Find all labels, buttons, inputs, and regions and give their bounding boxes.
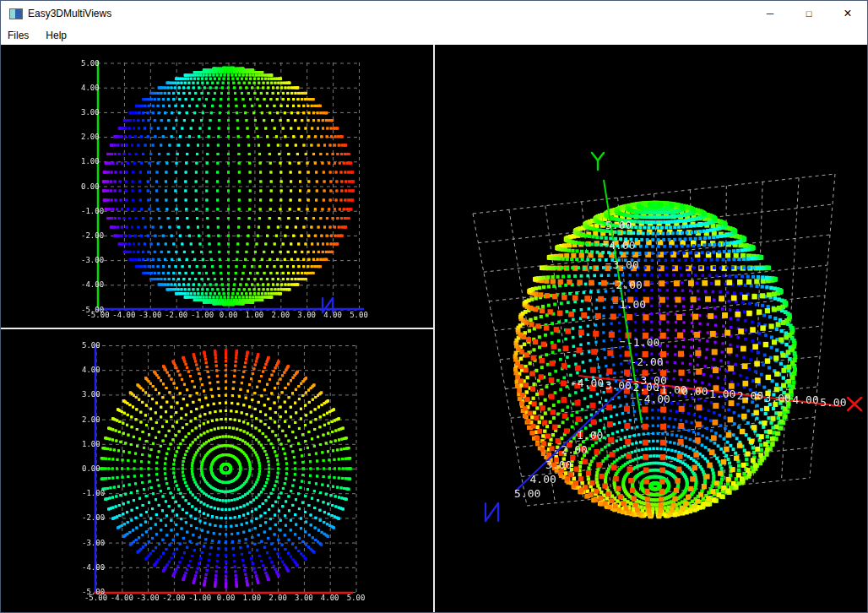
menu-bar: Files Help <box>1 26 867 45</box>
multiview-area <box>1 45 867 612</box>
app-window: Easy3DMultiViews ─ □ × Files Help <box>0 0 868 613</box>
app-icon <box>9 8 23 19</box>
perspective-view-canvas[interactable] <box>435 45 867 612</box>
close-icon: × <box>844 6 851 21</box>
close-button[interactable]: × <box>828 1 867 26</box>
menu-files[interactable]: Files <box>1 26 37 45</box>
window-title: Easy3DMultiViews <box>28 8 111 19</box>
maximize-icon: □ <box>806 8 812 19</box>
minimize-button[interactable]: ─ <box>751 1 789 26</box>
title-bar: Easy3DMultiViews ─ □ × <box>1 1 867 26</box>
panel-divider-vertical <box>433 45 435 612</box>
window-controls: ─ □ × <box>751 1 867 26</box>
menu-help[interactable]: Help <box>37 26 75 45</box>
maximize-button[interactable]: □ <box>789 1 828 26</box>
top-view-canvas[interactable] <box>1 329 433 612</box>
front-view-canvas[interactable] <box>1 45 433 328</box>
minimize-icon: ─ <box>767 8 774 19</box>
panel-divider-horizontal <box>1 328 433 329</box>
